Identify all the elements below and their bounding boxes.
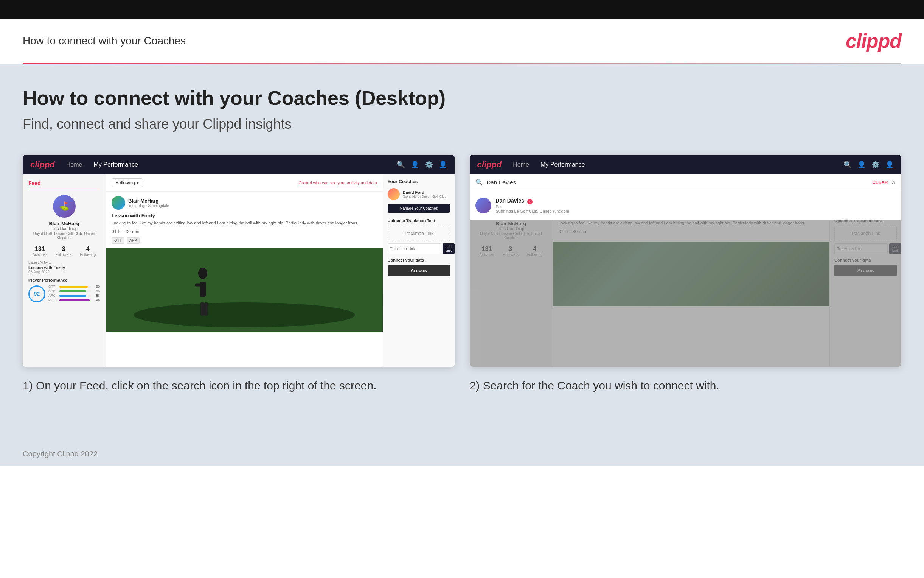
- settings-icon-2[interactable]: ⚙️: [871, 161, 880, 169]
- trackman-placeholder-1: Trackman Link: [388, 226, 450, 241]
- screenshot-1: clippd Home My Performance 🔍 👤 ⚙️ 👤 Feed: [23, 155, 455, 367]
- profile-section-1: ⛳ Blair McHarg Plus Handicap Royal North…: [28, 195, 100, 240]
- player-perf-title-1: Player Performance: [28, 278, 100, 283]
- perf-bar-ott: OTT 90: [49, 285, 100, 289]
- lesson-post-1: Blair McHarg Yesterday · Sunningdale Les…: [106, 192, 383, 248]
- search-result-badge: ✓: [527, 199, 532, 205]
- nav-home-1[interactable]: Home: [66, 161, 83, 168]
- search-result-item[interactable]: Dan Davies ✓ Pro Sunningdale Golf Club, …: [476, 194, 896, 216]
- manage-coaches-btn-1[interactable]: Manage Your Coaches: [388, 204, 450, 213]
- arccos-btn-1[interactable]: Arccos: [388, 265, 450, 276]
- trackman-input-1[interactable]: [388, 244, 441, 254]
- search-magnifier-icon: 🔍: [476, 179, 483, 186]
- search-bar: 🔍 CLEAR ×: [470, 174, 902, 190]
- profile-avatar-1: ⛳: [53, 195, 76, 218]
- stat-following-label: Following: [80, 252, 96, 257]
- post-author-row-1: Blair McHarg Yesterday · Sunningdale: [112, 196, 377, 210]
- main-heading: How to connect with your Coaches (Deskto…: [23, 87, 901, 109]
- search-icon-2[interactable]: 🔍: [843, 161, 852, 169]
- clippd-logo: clippd: [846, 29, 901, 52]
- nav-home-2[interactable]: Home: [513, 161, 529, 168]
- stat-following: 4 Following: [80, 246, 96, 257]
- copyright: Copyright Clippd 2022: [23, 450, 97, 458]
- footer: Copyright Clippd 2022: [0, 442, 924, 466]
- svg-point-1: [134, 302, 355, 328]
- post-avatar-1: [112, 196, 125, 210]
- screenshots-row: clippd Home My Performance 🔍 👤 ⚙️ 👤 Feed: [23, 155, 901, 393]
- left-panel-1: Feed ⛳ Blair McHarg Plus Handicap Royal …: [23, 174, 106, 367]
- coaches-title-1: Your Coaches: [388, 179, 450, 184]
- user-icon[interactable]: 👤: [411, 161, 419, 169]
- stats-row-1: 131 Activities 3 Followers 4 Following: [28, 246, 100, 257]
- coach-avatar-1: [388, 188, 400, 200]
- control-link-1[interactable]: Control who can see your activity and da…: [298, 180, 377, 185]
- search-overlay: 🔍 CLEAR × Dan Davies ✓: [470, 174, 902, 367]
- profile-club-1: Royal North Devon Golf Club, United King…: [28, 232, 100, 240]
- player-perf-1: Player Performance 92 OTT 90: [28, 278, 100, 303]
- search-icon[interactable]: 🔍: [397, 161, 405, 169]
- perf-bars-1: OTT 90 APP 85: [49, 285, 100, 303]
- add-link-btn-1[interactable]: Add Link: [443, 244, 455, 254]
- activity-name-1: Lesson with Fordy: [28, 265, 100, 270]
- main-content: How to connect with your Coaches (Deskto…: [0, 64, 924, 442]
- tag-app-1: APP: [127, 237, 139, 244]
- connect-title-1: Connect your data: [388, 258, 450, 262]
- svg-point-2: [198, 268, 207, 279]
- lesson-desc-1: Looking to feel like my hands are exitin…: [112, 220, 377, 226]
- screenshot-2-wrapper: clippd Home My Performance 🔍 👤 ⚙️ 👤 Feed: [470, 155, 902, 393]
- middle-header-1: Following ▾ Control who can see your act…: [106, 174, 383, 192]
- app-logo-1: clippd: [30, 160, 55, 170]
- profile-name-1: Blair McHarg: [49, 221, 79, 226]
- app-body-2: Feed ⛳ Blair McHarg Plus Handicap Royal …: [470, 174, 902, 367]
- stat-followers-label: Followers: [56, 252, 72, 257]
- svg-rect-5: [201, 302, 204, 316]
- perf-bar-arg: ARG 86: [49, 294, 100, 297]
- search-input[interactable]: [487, 179, 869, 185]
- search-clear-button[interactable]: CLEAR: [872, 180, 888, 185]
- perf-score-1: 92: [28, 286, 45, 302]
- middle-panel-1: Following ▾ Control who can see your act…: [106, 174, 383, 367]
- stat-followers-num: 3: [56, 246, 72, 252]
- app-logo-2: clippd: [477, 160, 502, 170]
- settings-icon[interactable]: ⚙️: [425, 161, 433, 169]
- avatar-icon-2[interactable]: 👤: [885, 161, 894, 169]
- nav-myperformance-1[interactable]: My Performance: [94, 161, 138, 168]
- main-subheading: Find, connect and share your Clippd insi…: [23, 116, 901, 132]
- stat-activities-num: 131: [32, 246, 47, 252]
- feed-tab-1[interactable]: Feed: [28, 180, 100, 189]
- coach-item-1: David Ford Royal North Devon Golf Club: [388, 188, 450, 200]
- avatar-icon[interactable]: 👤: [439, 161, 447, 169]
- trackman-input-row-1: Add Link: [388, 244, 450, 254]
- user-icon-2[interactable]: 👤: [858, 161, 866, 169]
- app-nav-1: clippd Home My Performance 🔍 👤 ⚙️ 👤: [23, 155, 455, 174]
- profile-handicap-1: Plus Handicap: [51, 226, 78, 231]
- stat-following-num: 4: [80, 246, 96, 252]
- activity-date-1: 03 Aug 2022: [28, 270, 100, 274]
- app-nav-2: clippd Home My Performance 🔍 👤 ⚙️ 👤: [470, 155, 902, 174]
- search-result-avatar: [476, 198, 491, 213]
- screenshot-1-wrapper: clippd Home My Performance 🔍 👤 ⚙️ 👤 Feed: [23, 155, 455, 393]
- following-button-1[interactable]: Following ▾: [112, 178, 143, 187]
- lesson-duration-1: 01 hr : 30 min: [112, 229, 377, 234]
- header: How to connect with your Coaches clippd: [0, 19, 924, 63]
- search-result-club: Sunningdale Golf Club, United Kingdom: [496, 209, 569, 213]
- screenshot-desc-1: 1) On your Feed, click on the search ico…: [23, 378, 455, 393]
- right-panel-1: Your Coaches David Ford Royal North Devo…: [383, 174, 455, 367]
- tag-ott-1: OTT: [112, 237, 125, 244]
- page-title: How to connect with your Coaches: [23, 35, 186, 47]
- upload-title-1: Upload a Trackman Test: [388, 218, 450, 223]
- search-result-name: Dan Davies: [496, 198, 524, 204]
- perf-bar-putt: PUTT 96: [49, 298, 100, 302]
- search-close-button[interactable]: ×: [892, 178, 896, 186]
- svg-rect-6: [204, 302, 208, 316]
- lesson-tags-1: OTT APP: [112, 237, 377, 244]
- app-body-1: Feed ⛳ Blair McHarg Plus Handicap Royal …: [23, 174, 455, 367]
- nav-icons-1: 🔍 👤 ⚙️ 👤: [397, 161, 447, 169]
- stat-followers: 3 Followers: [56, 246, 72, 257]
- golf-image-1: [106, 248, 383, 331]
- lesson-title-1: Lesson with Fordy: [112, 213, 377, 218]
- nav-myperformance-2[interactable]: My Performance: [540, 161, 585, 168]
- stat-activities-label: Activities: [32, 252, 47, 257]
- coach-club-1: Royal North Devon Golf Club: [403, 195, 447, 198]
- search-results: Dan Davies ✓ Pro Sunningdale Golf Club, …: [470, 190, 902, 220]
